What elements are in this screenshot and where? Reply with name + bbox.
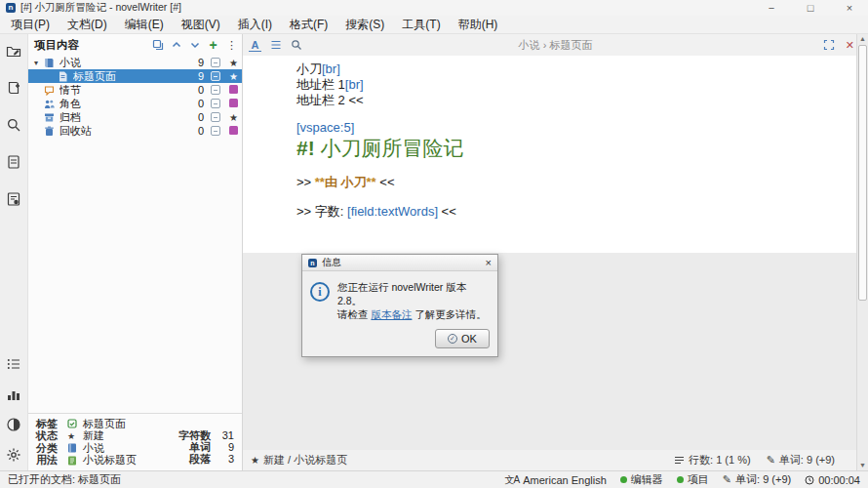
app-icon: n (308, 259, 317, 267)
dialog-close-icon[interactable]: × (486, 258, 492, 268)
editor-scrollbar[interactable]: ▲ ▼ (856, 34, 868, 470)
tree-item-title-page[interactable]: 标题页面 9 ★ (28, 69, 242, 83)
active-checkbox-icon[interactable] (211, 85, 220, 95)
characters-icon (44, 99, 56, 109)
tree-item-characters[interactable]: 角色 0 (28, 97, 242, 110)
document-text[interactable]: 小刀[br] 地址栏 1[br] 地址栏 2 << [vspace:5] #! … (296, 61, 837, 220)
pen-icon: ✎ (723, 473, 731, 486)
doc-search-icon[interactable] (290, 39, 302, 52)
session-words: ✎ 单词: 9 (+9) (723, 472, 791, 487)
editor-header: 小说 › 标题页面 A ✕ (243, 34, 868, 56)
settings-gear-icon[interactable] (6, 446, 22, 463)
move-up-icon[interactable] (170, 39, 182, 52)
open-document-status: 已打开的文档: 标题页面 (8, 472, 121, 487)
editor-viewport[interactable]: 小刀[br] 地址栏 1[br] 地址栏 2 << [vspace:5] #! … (243, 56, 856, 450)
menu-insert[interactable]: 插入(I) (229, 16, 281, 34)
status-star-icon: ★ (228, 71, 239, 82)
project-panel: 项目内容 + ⋮ ▾ (27, 34, 243, 470)
menu-document[interactable]: 文档(D) (59, 16, 116, 34)
menu-format[interactable]: 格式(F) (281, 16, 336, 34)
editor-footer: ★ 新建 / 小说标题页 行数: 1 (1 %) ✎ 单词: 9 (+9) (243, 450, 868, 470)
language-status[interactable]: 文A American English (505, 473, 607, 487)
more-options-icon[interactable]: ⋮ (225, 39, 238, 52)
app-icon: n (6, 3, 16, 13)
language-icon: 文A (505, 473, 520, 487)
project-tree-icon[interactable] (6, 42, 22, 59)
active-checkbox-icon[interactable] (211, 58, 220, 67)
word-count: ✎ 单词: 9 (+9) (767, 453, 835, 468)
active-checkbox-icon[interactable] (211, 71, 220, 81)
menu-search[interactable]: 搜索(S) (336, 16, 393, 34)
session-time: 00:00:04 (805, 474, 860, 486)
status-star-icon: ★ (251, 455, 259, 466)
move-down-icon[interactable] (188, 39, 201, 52)
format-settings-icon[interactable]: A (249, 39, 261, 52)
theme-toggle-icon[interactable] (6, 416, 22, 432)
info-icon: i (310, 282, 330, 302)
outline-list-icon[interactable] (269, 39, 282, 52)
scroll-up-icon[interactable]: ▲ (857, 34, 868, 44)
document-title-heading: #! 小刀厕所冒险记 (296, 136, 837, 161)
novel-view-icon[interactable] (6, 79, 22, 96)
tree-item-trash[interactable]: 回收站 0 (28, 124, 242, 138)
outline-view-icon[interactable] (6, 153, 22, 170)
trash-icon (44, 126, 56, 137)
maximize-button[interactable]: □ (804, 1, 817, 15)
doc-status-text: 新建 / 小说标题页 (263, 453, 347, 468)
details-view-icon[interactable] (6, 190, 22, 207)
maximize-editor-icon[interactable] (823, 39, 836, 52)
dialog-title-bar: n 信息 × (302, 255, 497, 271)
scrollbar-thumb[interactable] (858, 45, 867, 301)
book-icon (44, 58, 56, 68)
novelwriter-window: n [#] 小刀厕所冒险记 - novelWriter [#] − □ × 项目… (0, 0, 868, 488)
expander-icon[interactable]: ▾ (34, 59, 44, 67)
menu-project[interactable]: 项目(P) (2, 16, 59, 34)
lines-icon (674, 455, 685, 466)
item-details-panel: 标签 标题页面 状态 ★ 新建 分类 (28, 413, 242, 470)
tag-icon (67, 419, 79, 428)
project-tree: ▾ 小说 9 ★ 标题页面 9 ★ (28, 56, 242, 138)
dialog-message: 您正在运行 novelWriter 版本 2.8。 请检查 版本备注 了解更多详… (337, 280, 490, 321)
tags-list-icon[interactable] (6, 355, 22, 372)
active-checkbox-icon[interactable] (211, 126, 220, 136)
archive-box-icon (44, 112, 56, 123)
close-button[interactable]: × (843, 1, 856, 15)
menu-help[interactable]: 帮助(H) (450, 16, 507, 34)
document-icon (58, 71, 69, 82)
release-notes-link[interactable]: 版本备注 (371, 308, 412, 320)
dialog-title: 信息 (322, 256, 481, 269)
expand-collapse-icon[interactable] (151, 39, 164, 52)
scroll-down-icon[interactable]: ▼ (857, 461, 868, 470)
add-item-icon[interactable]: + (207, 39, 219, 52)
green-dot-icon (620, 476, 627, 483)
minimize-button[interactable]: − (765, 1, 778, 15)
window-title: [#] 小刀厕所冒险记 - novelWriter [#] (20, 1, 765, 15)
clock-icon (805, 475, 814, 485)
status-star-icon: ★ (228, 112, 239, 123)
novel-class-icon (67, 443, 79, 453)
check-circle-icon: ✓ (448, 334, 457, 344)
menu-bar: 项目(P) 文档(D) 编辑(E) 视图(V) 插入(I) 格式(F) 搜索(S… (0, 16, 868, 33)
detail-row-usage: 用法 小说标题页 (36, 455, 152, 467)
menu-tools[interactable]: 工具(T) (393, 16, 449, 34)
stats-icon[interactable] (6, 386, 22, 402)
close-document-icon[interactable]: ✕ (846, 39, 854, 52)
project-content-title: 项目内容 (34, 38, 151, 53)
document-breadcrumb: 小说 › 标题页面 (243, 38, 868, 53)
menu-view[interactable]: 视图(V) (173, 16, 229, 34)
usage-doc-icon (67, 456, 79, 466)
tree-item-novel[interactable]: ▾ 小说 9 ★ (28, 56, 242, 69)
menu-edit[interactable]: 编辑(E) (116, 16, 173, 34)
active-checkbox-icon[interactable] (211, 99, 220, 108)
tree-item-plot[interactable]: 情节 0 (28, 83, 242, 97)
status-star-icon: ★ (228, 58, 239, 68)
tree-item-archive[interactable]: 归档 0 ★ (28, 110, 242, 124)
editor-status: 编辑器 (620, 472, 663, 487)
importance-square-icon (228, 98, 239, 109)
search-icon[interactable] (6, 116, 22, 133)
ok-button[interactable]: ✓ OK (435, 329, 490, 348)
activity-bar (0, 34, 27, 470)
plot-bubble-icon (44, 85, 56, 96)
title-bar: n [#] 小刀厕所冒险记 - novelWriter [#] − □ × (0, 0, 868, 16)
active-checkbox-icon[interactable] (211, 112, 220, 122)
